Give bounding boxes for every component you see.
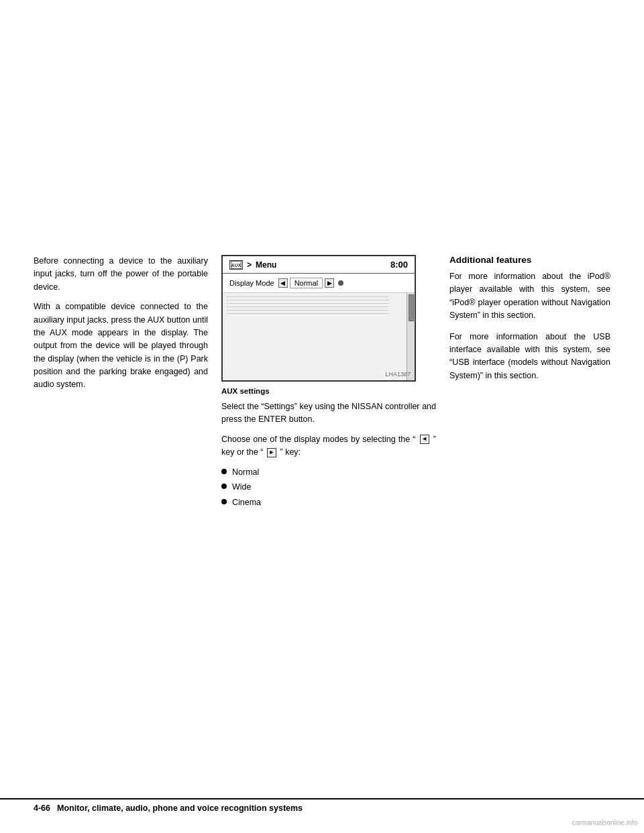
screen-menu-text: Menu: [256, 260, 276, 270]
aux-icon: AUX: [229, 260, 243, 270]
right-body-text: For more information about the iPod® pla…: [449, 270, 610, 382]
screen-line-3: [226, 303, 388, 304]
screen-body: LHA1367: [223, 293, 415, 380]
bullet-dot-1: [221, 469, 227, 474]
footer-section-title: Monitor, climate, audio, phone and voice…: [57, 803, 303, 813]
col-right: Additional features For more information…: [449, 255, 610, 513]
main-content: Before connecting a device to the auxili…: [34, 255, 610, 513]
footer-page-number: 4-66: [34, 803, 50, 813]
screen-line-5: [226, 310, 388, 311]
svg-text:AUX: AUX: [231, 263, 241, 268]
col-left: Before connecting a device to the auxili…: [34, 255, 221, 513]
list-item-normal: Normal: [221, 466, 436, 479]
para2-suffix: ” key:: [280, 447, 301, 457]
screen-scrollbar: [407, 293, 415, 380]
center-para1-text: Select the “Settings” key using the NISS…: [221, 400, 436, 427]
additional-features: Additional features For more information…: [449, 255, 610, 382]
aux-display-screen: AUX > Menu 8:00 Display Mode ◀ Normal ▶: [221, 255, 416, 382]
nav-left-btn[interactable]: ◀: [278, 278, 288, 288]
key-right-symbol: ►: [267, 448, 276, 457]
right-para1: For more information about the iPod® pla…: [449, 270, 610, 323]
screen-line-1: [226, 296, 388, 297]
screen-line-4: [226, 307, 388, 307]
screen-line-2: [226, 300, 388, 300]
list-item-cinema: Cinema: [221, 496, 436, 509]
center-para2: Choose one of the display modes by selec…: [221, 433, 436, 459]
top-spacer: [34, 27, 610, 255]
screen-menu-row: Display Mode ◀ Normal ▶: [223, 274, 415, 293]
bullet-label-cinema: Cinema: [232, 496, 261, 509]
screen-time: 8:00: [390, 260, 408, 270]
screen-line-6: [226, 313, 388, 314]
screen-header-left: AUX > Menu: [229, 260, 276, 270]
page-footer: 4-66 Monitor, climate, audio, phone and …: [0, 798, 644, 813]
screen-nav-separator: >: [247, 260, 252, 270]
center-para1: Select the “Settings” key using the NISS…: [221, 400, 436, 427]
mode-value-display: Normal: [290, 278, 323, 288]
key-left-symbol: ◄: [420, 435, 429, 444]
para2-prefix: Choose one of the display modes by selec…: [221, 435, 416, 444]
right-para2: For more information about the USB inter…: [449, 331, 610, 383]
additional-features-heading: Additional features: [449, 255, 610, 265]
bullet-dot-2: [221, 484, 227, 489]
screen-header: AUX > Menu 8:00: [223, 256, 415, 274]
bullet-list: Normal Wide Cinema: [221, 466, 436, 509]
left-para1: Before connecting a device to the auxili…: [34, 255, 208, 294]
aux-settings-caption: AUX settings: [221, 387, 436, 395]
bullet-label-wide: Wide: [232, 481, 251, 494]
left-para2: With a compatible device connected to th…: [34, 300, 208, 392]
left-body-text: Before connecting a device to the auxili…: [34, 255, 208, 392]
page-container: Before connecting a device to the auxili…: [0, 0, 644, 833]
col-center: AUX > Menu 8:00 Display Mode ◀ Normal ▶: [221, 255, 449, 513]
bullet-label-normal: Normal: [232, 466, 259, 479]
screen-lines-area: [223, 293, 407, 380]
dot-indicator: [338, 280, 343, 286]
nav-right-btn[interactable]: ▶: [325, 278, 334, 288]
list-item-wide: Wide: [221, 481, 436, 494]
bullet-dot-3: [221, 499, 227, 504]
screen-caption-id: LHA1367: [385, 371, 411, 378]
display-mode-label: Display Mode: [229, 279, 274, 287]
center-para2-text: Choose one of the display modes by selec…: [221, 433, 436, 459]
watermark: carmanualsonline.info: [572, 819, 637, 826]
scrollbar-thumb: [409, 294, 414, 321]
